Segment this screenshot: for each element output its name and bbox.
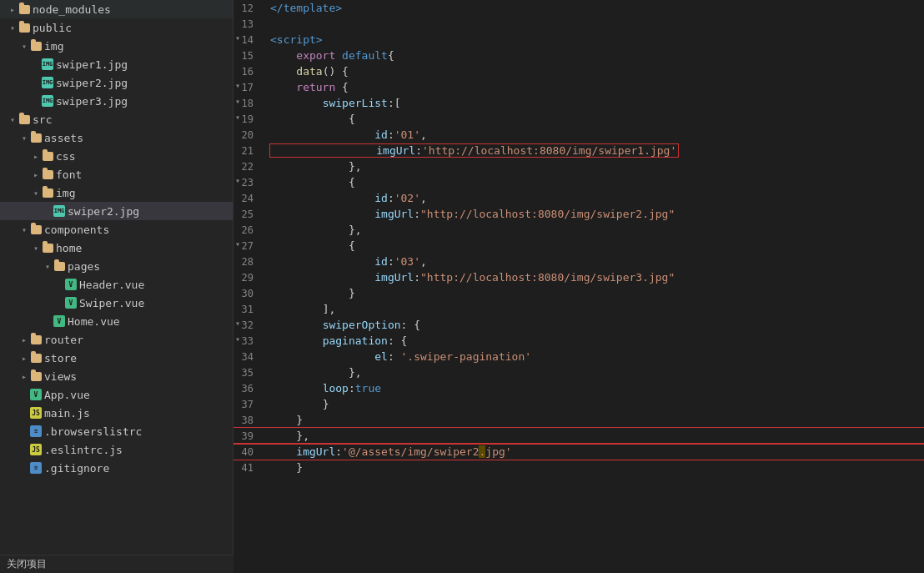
vue-file-icon: V xyxy=(65,279,77,290)
code-line: swiperList:[ xyxy=(267,95,924,111)
sidebar-item-store[interactable]: ▸ store xyxy=(0,349,233,367)
code-line: }, xyxy=(267,222,924,238)
sidebar-item-pages[interactable]: ▾ pages xyxy=(0,257,233,275)
line-number: ▾14 xyxy=(234,32,267,48)
code-line: id:'02', xyxy=(267,190,924,206)
sidebar-item-src[interactable]: ▾ src xyxy=(0,110,233,128)
sidebar-item-header-vue[interactable]: V Header.vue xyxy=(0,275,233,294)
sidebar-item-router[interactable]: ▸ router xyxy=(0,330,233,349)
sidebar-item-public[interactable]: ▾ public xyxy=(0,18,233,37)
sidebar-item-label: .browserslistrc xyxy=(44,425,142,438)
sidebar-item-img-pub[interactable]: ▾ img xyxy=(0,37,233,55)
sidebar-item-eslintrc[interactable]: JS .eslintrc.js xyxy=(0,440,233,459)
sidebar-item-main-js[interactable]: JS main.js xyxy=(0,404,233,422)
code-line: }, xyxy=(267,158,924,174)
folder-icon xyxy=(30,334,42,345)
arrow-right-icon: ▸ xyxy=(18,354,30,363)
code-table: 12 </template> 13 ▾14 <script> 15 export… xyxy=(234,0,924,475)
fold-icon[interactable]: ▾ xyxy=(235,97,240,106)
table-row: ▾33 pagination: { xyxy=(234,333,924,349)
sidebar-item-swiper-vue[interactable]: V Swiper.vue xyxy=(0,294,233,312)
fold-icon[interactable]: ▾ xyxy=(235,113,240,122)
line-number: ▾23 xyxy=(234,174,267,190)
fold-icon[interactable]: ▾ xyxy=(235,81,240,90)
sidebar-item-home-vue[interactable]: V Home.vue xyxy=(0,312,233,330)
arrow-down-icon: ▾ xyxy=(7,115,18,124)
sidebar-item-swiper2jpg-src[interactable]: IMG swiper2.jpg xyxy=(0,202,233,220)
sidebar-item-assets[interactable]: ▾ assets xyxy=(0,128,233,147)
fold-icon[interactable]: ▾ xyxy=(235,239,240,249)
folder-open-icon xyxy=(18,22,30,33)
code-line: swiperOption: { xyxy=(267,317,924,333)
sidebar-item-gitignore[interactable]: ≡ .gitignore xyxy=(0,459,233,477)
folder-open-icon xyxy=(30,40,42,52)
folder-open-icon xyxy=(53,260,65,272)
code-line: export default{ xyxy=(267,48,924,63)
sidebar-item-label: .eslintrc.js xyxy=(44,444,123,456)
folder-icon xyxy=(18,3,30,15)
fold-icon[interactable]: ▾ xyxy=(235,319,240,328)
line-number: 28 xyxy=(234,254,267,269)
line-number: 31 xyxy=(234,301,267,317)
arrow-right-icon: ▸ xyxy=(30,170,42,179)
sidebar-item-swiper3jpg[interactable]: IMG swiper3.jpg xyxy=(0,92,233,110)
sidebar-item-label: src xyxy=(33,113,52,126)
code-line xyxy=(267,16,924,32)
sidebar-item-browserslistrc[interactable]: ≡ .browserslistrc xyxy=(0,422,233,440)
vue-file-icon: V xyxy=(30,389,42,400)
table-row: 26 }, xyxy=(234,222,924,238)
table-row: 13 xyxy=(234,16,924,32)
sidebar-item-swiper2jpg-pub[interactable]: IMG swiper2.jpg xyxy=(0,73,233,92)
code-line: id:'01', xyxy=(267,127,924,143)
fold-icon[interactable]: ▾ xyxy=(235,33,240,43)
sidebar-item-app-vue[interactable]: V App.vue xyxy=(0,385,233,404)
table-row: 36 loop:true xyxy=(234,380,924,396)
sidebar-item-css[interactable]: ▸ css xyxy=(0,147,233,165)
arrow-right-icon: ▸ xyxy=(18,372,30,381)
sidebar-item-home[interactable]: ▾ home xyxy=(0,239,233,257)
line-number: 20 xyxy=(234,127,267,143)
sidebar-item-font[interactable]: ▸ font xyxy=(0,165,233,183)
sidebar-item-label: main.js xyxy=(44,407,90,420)
arrow-down-icon: ▾ xyxy=(42,262,53,271)
line-number: ▾19 xyxy=(234,111,267,127)
code-line: return { xyxy=(267,79,924,95)
sidebar-item-label: swiper1.jpg xyxy=(56,58,128,71)
line-number: 41 xyxy=(234,460,267,475)
sidebar-item-label: img xyxy=(44,40,63,53)
bottom-bar[interactable]: 关闭项目 xyxy=(0,555,234,573)
table-row: 28 id:'03', xyxy=(234,254,924,269)
img-file-icon: IMG xyxy=(42,95,53,107)
sidebar-item-components[interactable]: ▾ components xyxy=(0,220,233,239)
sidebar-item-views[interactable]: ▸ views xyxy=(0,367,233,385)
sidebar-item-node-modules[interactable]: ▸ node_modules xyxy=(0,0,233,18)
line-number: 35 xyxy=(234,364,267,380)
arrow-down-icon: ▾ xyxy=(7,23,18,33)
fold-icon[interactable]: ▾ xyxy=(235,334,240,344)
sidebar-item-label: swiper3.jpg xyxy=(56,95,128,108)
code-line: { xyxy=(267,238,924,254)
img-file-icon: IMG xyxy=(42,58,53,70)
sidebar-item-label: swiper2.jpg xyxy=(68,205,139,218)
sidebar-item-img-src[interactable]: ▾ img xyxy=(0,183,233,202)
sidebar-item-swiper1jpg[interactable]: IMG swiper1.jpg xyxy=(0,55,233,73)
generic-file-icon: ≡ xyxy=(30,425,42,437)
line-number: 40 xyxy=(234,444,267,460)
line-number: 22 xyxy=(234,158,267,174)
folder-open-icon xyxy=(18,113,30,125)
table-row: 22 }, xyxy=(234,158,924,174)
sidebar-item-label: assets xyxy=(44,132,83,144)
sidebar-item-label: Header.vue xyxy=(79,279,144,291)
folder-icon xyxy=(30,352,42,364)
code-line: loop:true xyxy=(267,380,924,396)
code-line: { xyxy=(267,111,924,127)
code-line: } xyxy=(267,412,924,428)
table-row: 37 } xyxy=(234,396,924,412)
fold-icon[interactable]: ▾ xyxy=(235,176,240,185)
line-number: 39 xyxy=(234,428,267,444)
table-row: ▾27 { xyxy=(234,238,924,254)
table-row: 21 imgUrl:'http://localhost:8080/img/swi… xyxy=(234,143,924,158)
folder-open-icon xyxy=(42,242,53,254)
table-row: 30 } xyxy=(234,285,924,301)
sidebar-item-label: public xyxy=(33,22,72,34)
